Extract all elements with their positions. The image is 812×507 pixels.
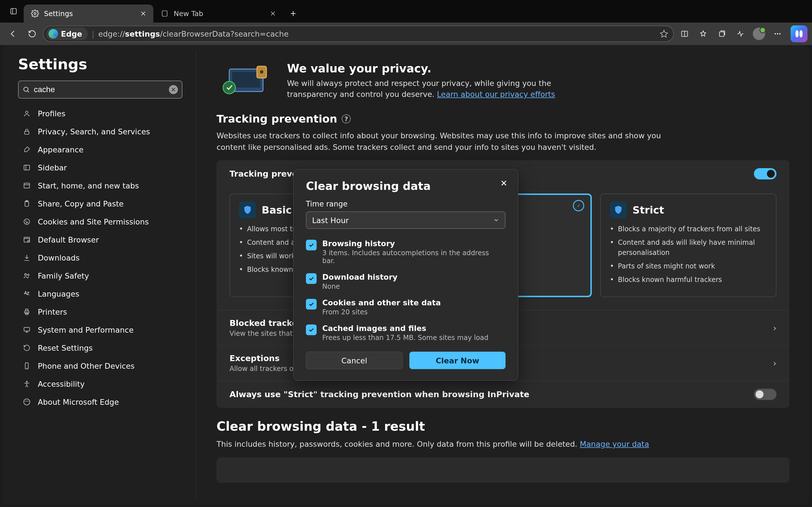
toolbar: Edge | edge://settings/clearBrowserData?… [0, 22, 812, 45]
item-sub: 3 items. Includes autocompletions in the… [322, 249, 502, 265]
edge-icon [49, 29, 58, 39]
divider: | [92, 30, 94, 38]
item-title: Cached images and files [322, 324, 502, 333]
new-tab-button[interactable] [285, 6, 301, 21]
copilot-button[interactable] [791, 25, 808, 42]
back-button[interactable] [4, 25, 21, 42]
avatar-icon [753, 27, 765, 40]
svg-point-1 [34, 13, 36, 15]
dialog-data-list: Browsing history3 items. Includes autoco… [306, 236, 506, 343]
dialog-data-item[interactable]: Download historyNone [306, 270, 502, 293]
favorite-icon[interactable] [660, 30, 668, 38]
item-sub: None [322, 283, 398, 290]
more-button[interactable] [769, 25, 786, 42]
url-text: edge://settings/clearBrowserData?search=… [98, 30, 289, 38]
site-identity-chip[interactable]: Edge [46, 27, 88, 40]
checkbox[interactable] [306, 240, 317, 250]
svg-point-5 [775, 33, 776, 35]
performance-icon[interactable] [732, 25, 749, 42]
content-area: Settings ✕ ProfilesPrivacy, Search, and … [2, 45, 809, 505]
collections-icon[interactable] [713, 25, 730, 42]
clear-now-button[interactable]: Clear Now [409, 352, 506, 369]
checkbox[interactable] [306, 273, 317, 284]
tab-title: Settings [44, 10, 134, 18]
svg-rect-0 [11, 8, 16, 14]
cancel-button[interactable]: Cancel [306, 352, 403, 369]
gear-icon [31, 9, 40, 18]
svg-point-6 [777, 33, 778, 35]
time-range-select[interactable]: Last Hour [306, 212, 506, 229]
item-title: Cookies and other site data [322, 298, 441, 307]
document-icon [160, 9, 169, 18]
checkbox[interactable] [306, 299, 317, 309]
profile-button[interactable] [751, 25, 767, 42]
tab-actions-button[interactable] [5, 3, 22, 20]
checkbox[interactable] [306, 325, 317, 335]
address-bar[interactable]: Edge | edge://settings/clearBrowserData?… [43, 25, 674, 42]
dialog-buttons: Cancel Clear Now [306, 352, 506, 369]
dialog-close-button[interactable]: ✕ [498, 177, 510, 189]
item-title: Download history [322, 273, 398, 281]
item-sub: Frees up less than 17.5 MB. Some sites m… [322, 334, 502, 343]
time-range-label: Time range [306, 200, 506, 208]
dialog-title: Clear browsing data [306, 180, 506, 192]
dialog-data-item[interactable]: Cached images and filesFrees up less tha… [306, 321, 502, 343]
refresh-button[interactable] [24, 25, 41, 42]
clear-browsing-dialog: ✕ Clear browsing data Time range Last Ho… [293, 169, 518, 381]
dialog-data-item[interactable]: Cookies and other site dataFrom 20 sites [306, 295, 502, 319]
split-screen-icon[interactable] [676, 25, 693, 42]
item-sub: From 20 sites [322, 308, 441, 316]
tab-strip: Settings New Tab [24, 0, 301, 22]
tab-title: New Tab [174, 10, 263, 18]
tab-settings[interactable]: Settings [24, 4, 153, 22]
time-range-value: Last Hour [312, 216, 349, 224]
tab-newtab[interactable]: New Tab [153, 4, 283, 22]
chevron-down-icon [493, 217, 499, 223]
svg-point-7 [779, 33, 781, 35]
close-icon[interactable] [268, 8, 278, 18]
favorites-icon[interactable] [695, 25, 712, 42]
toolbar-right [676, 25, 808, 42]
chip-label: Edge [61, 30, 82, 38]
item-title: Browsing history [322, 239, 502, 248]
titlebar: Settings New Tab [0, 0, 812, 22]
svg-rect-4 [719, 32, 724, 36]
svg-rect-2 [162, 11, 167, 16]
close-icon[interactable] [138, 8, 148, 18]
dialog-data-item[interactable]: Browsing history3 items. Includes autoco… [306, 236, 502, 268]
